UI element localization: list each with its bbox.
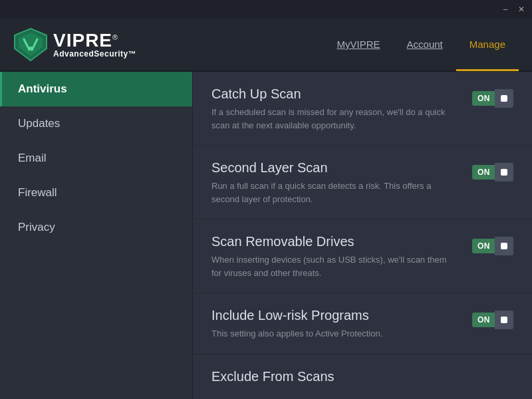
setting-row-second-layer-scan: Second Layer Scan Run a full scan if a q… <box>193 146 532 219</box>
content-area[interactable]: Catch Up Scan If a scheduled scan is mis… <box>193 72 532 399</box>
logo-area: VIPRE® AdvancedSecurity™ <box>13 27 136 62</box>
setting-title-second-layer-scan: Second Layer Scan <box>211 160 459 176</box>
logo-vipre-text: VIPRE® <box>53 31 136 50</box>
setting-title-include-low-risk: Include Low-risk Programs <box>211 308 459 323</box>
logo-subtitle-rest: Security™ <box>94 49 136 59</box>
nav-item-myvipre[interactable]: MyVIPRE <box>324 19 394 71</box>
setting-title-exclude-from-scans: Exclude From Scans <box>211 369 500 384</box>
logo-subtitle-bold: Advanced <box>53 49 94 59</box>
sidebar-item-email[interactable]: Email <box>0 141 192 176</box>
sidebar-item-privacy[interactable]: Privacy <box>0 210 192 245</box>
toggle-on-label-scan-removable-drives: ON <box>472 239 495 253</box>
toggle-switch-include-low-risk[interactable] <box>495 311 513 329</box>
sidebar-item-updates[interactable]: Updates <box>0 106 192 141</box>
toggle-scan-removable-drives[interactable]: ON <box>472 237 513 255</box>
setting-desc-include-low-risk: This setting also applies to Active Prot… <box>211 327 459 340</box>
setting-title-catch-up-scan: Catch Up Scan <box>211 86 459 102</box>
main-nav: MyVIPRE Account Manage <box>324 19 519 70</box>
setting-row-catch-up-scan: Catch Up Scan If a scheduled scan is mis… <box>193 72 532 146</box>
setting-row-exclude-from-scans: Exclude From Scans <box>193 354 532 400</box>
toggle-on-label-catch-up-scan: ON <box>472 91 495 106</box>
nav-item-manage[interactable]: Manage <box>456 19 519 71</box>
sidebar-item-firewall[interactable]: Firewall <box>0 176 192 210</box>
header: VIPRE® AdvancedSecurity™ MyVIPRE Account… <box>0 19 532 72</box>
toggle-catch-up-scan[interactable]: ON <box>472 89 513 108</box>
setting-text-second-layer-scan: Second Layer Scan Run a full scan if a q… <box>211 160 472 205</box>
setting-title-scan-removable-drives: Scan Removable Drives <box>211 234 459 249</box>
title-bar: – ✕ <box>0 0 532 19</box>
setting-row-include-low-risk: Include Low-risk Programs This setting a… <box>193 293 532 354</box>
setting-text-exclude-from-scans: Exclude From Scans <box>211 369 513 388</box>
setting-desc-catch-up-scan: If a scheduled scan is missed for any re… <box>211 106 459 132</box>
toggle-switch-second-layer-scan[interactable] <box>495 163 513 182</box>
setting-text-scan-removable-drives: Scan Removable Drives When inserting dev… <box>211 234 472 279</box>
logo-reg: ® <box>112 33 118 41</box>
nav-item-account[interactable]: Account <box>394 19 456 71</box>
toggle-on-label-second-layer-scan: ON <box>472 165 495 180</box>
minimize-button[interactable]: – <box>500 4 511 15</box>
setting-desc-second-layer-scan: Run a full scan if a quick scan detects … <box>211 180 459 205</box>
toggle-switch-catch-up-scan[interactable] <box>495 89 513 108</box>
toggle-second-layer-scan[interactable]: ON <box>472 163 513 182</box>
toggle-include-low-risk[interactable]: ON <box>472 311 513 329</box>
sidebar: Antivirus Updates Email Firewall Privacy <box>0 72 193 399</box>
setting-desc-scan-removable-drives: When inserting devices (such as USB stic… <box>211 253 459 279</box>
sidebar-item-antivirus[interactable]: Antivirus <box>0 72 192 106</box>
setting-text-include-low-risk: Include Low-risk Programs This setting a… <box>211 308 472 340</box>
toggle-switch-scan-removable-drives[interactable] <box>495 237 513 255</box>
logo-text: VIPRE® AdvancedSecurity™ <box>53 31 136 58</box>
close-button[interactable]: ✕ <box>516 4 527 15</box>
toggle-on-label-include-low-risk: ON <box>472 313 495 327</box>
setting-row-scan-removable-drives: Scan Removable Drives When inserting dev… <box>193 219 532 293</box>
setting-text-catch-up-scan: Catch Up Scan If a scheduled scan is mis… <box>211 86 472 132</box>
main-area: Antivirus Updates Email Firewall Privacy… <box>0 72 532 399</box>
logo-subtitle: AdvancedSecurity™ <box>53 50 136 58</box>
vipre-logo-icon <box>13 27 48 62</box>
